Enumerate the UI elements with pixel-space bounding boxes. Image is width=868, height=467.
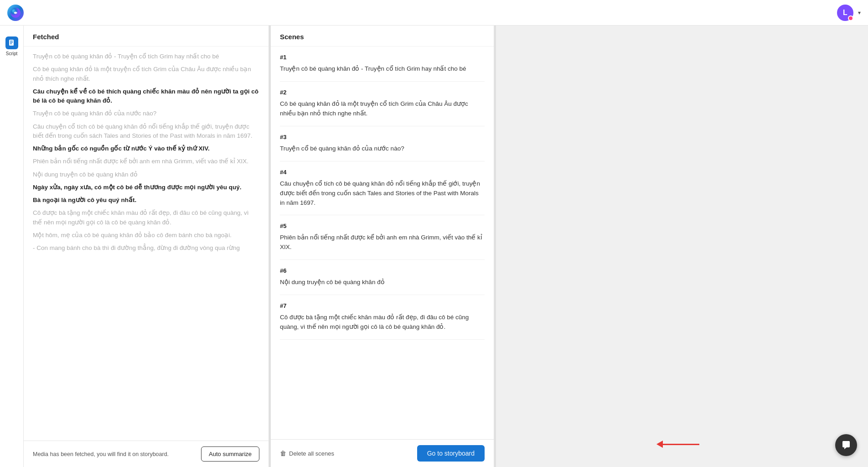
scene-text: Nội dung truyện cô bé quàng khăn đỏ bbox=[280, 278, 485, 287]
sidebar: Script bbox=[0, 26, 24, 467]
list-item: Bà ngoại là người cô yêu quý nhất. bbox=[33, 196, 259, 205]
avatar-badge bbox=[848, 16, 853, 21]
scene-text: Câu chuyện cổ tích cô bé quàng khăn đỏ n… bbox=[280, 179, 485, 208]
delete-all-scenes-button[interactable]: 🗑 Delete all scenes bbox=[280, 450, 334, 457]
list-item: Cô được bà tặng một chiếc khăn màu đỏ rấ… bbox=[33, 208, 259, 227]
list-item: Truyện cô bé quàng khăn đỏ của nước nào? bbox=[33, 109, 259, 118]
scene-text: Truyện cô bé quàng khăn đỏ - Truyện cổ t… bbox=[280, 64, 485, 74]
list-item: Những bản gốc có nguồn gốc từ nước Ý vào… bbox=[33, 144, 259, 153]
fetched-panel: Fetched Truyện cô bé quàng khăn đỏ - Tru… bbox=[24, 26, 269, 467]
list-item: Một hôm, mẹ của cô bé quàng khăn đỏ bảo … bbox=[33, 231, 259, 240]
main-layout: Script Fetched Truyện cô bé quàng khăn đ… bbox=[0, 26, 868, 467]
scene-number: #1 bbox=[280, 54, 485, 61]
list-item: Câu chuyện kể về cô bé thích quàng chiếc… bbox=[33, 87, 259, 106]
chevron-down-icon: ▾ bbox=[858, 10, 861, 16]
scene-text: Cô bé quàng khăn đỏ là một truyện cổ tíc… bbox=[280, 99, 485, 119]
go-to-storyboard-button[interactable]: Go to storyboard bbox=[417, 445, 485, 462]
scene-number: #4 bbox=[280, 169, 485, 176]
scene-item-2: #2 Cô bé quàng khăn đỏ là một truyện cổ … bbox=[280, 82, 485, 126]
sidebar-item-script[interactable]: Script bbox=[4, 33, 20, 60]
auto-summarize-button[interactable]: Auto summarize bbox=[201, 446, 259, 462]
list-item: Cô bé quàng khăn đỏ là một truyện cổ tíc… bbox=[33, 65, 259, 83]
sidebar-script-label: Script bbox=[6, 51, 18, 56]
fetched-footer: Media has been fetched, you will find it… bbox=[24, 441, 269, 467]
fetched-footer-text: Media has been fetched, you will find it… bbox=[33, 451, 169, 457]
content-area: Fetched Truyện cô bé quàng khăn đỏ - Tru… bbox=[24, 26, 868, 467]
scene-item-5: #5 Phiên bản nổi tiếng nhất được kể bởi … bbox=[280, 215, 485, 260]
scene-number: #5 bbox=[280, 223, 485, 229]
scenes-panel: Scenes #1 Truyện cô bé quàng khăn đỏ - T… bbox=[271, 26, 494, 467]
scene-number: #3 bbox=[280, 134, 485, 140]
trash-icon: 🗑 bbox=[280, 450, 286, 457]
scene-number: #6 bbox=[280, 267, 485, 274]
scene-item-7: #7 Cô được bà tặng một chiếc khăn màu đỏ… bbox=[280, 295, 485, 340]
scenes-content[interactable]: #1 Truyện cô bé quàng khăn đỏ - Truyện c… bbox=[271, 47, 494, 439]
list-item: Ngày xửa, ngày xưa, có một cô bé dễ thươ… bbox=[33, 183, 259, 192]
app-logo[interactable] bbox=[7, 5, 24, 21]
fetched-header: Fetched bbox=[24, 26, 269, 47]
list-item: Truyện cô bé quàng khăn đỏ - Truyện cổ t… bbox=[33, 52, 259, 61]
scene-number: #7 bbox=[280, 302, 485, 309]
script-icon bbox=[5, 36, 18, 49]
scene-text: Truyện cổ bé quàng khăn đỏ của nước nào? bbox=[280, 144, 485, 154]
list-item: Câu chuyện cổ tích cô bé quàng khăn đỏ n… bbox=[33, 122, 259, 141]
chat-button[interactable] bbox=[835, 434, 857, 456]
scene-text: Cô được bà tặng một chiếc khăn màu đỏ rấ… bbox=[280, 313, 485, 332]
fetched-content[interactable]: Truyện cô bé quàng khăn đỏ - Truyện cổ t… bbox=[24, 47, 269, 441]
topbar: L ▾ bbox=[0, 0, 868, 26]
scene-item-3: #3 Truyện cổ bé quàng khăn đỏ của nước n… bbox=[280, 126, 485, 161]
scenes-footer: 🗑 Delete all scenes Go to storyboard bbox=[271, 439, 494, 467]
scene-number: #2 bbox=[280, 89, 485, 96]
scene-item-1: #1 Truyện cô bé quàng khăn đỏ - Truyện c… bbox=[280, 47, 485, 82]
list-item: - Con mang bánh cho bà thì đi đường thẳn… bbox=[33, 244, 259, 253]
list-item: Nội dung truyện cô bé quàng khăn đỏ bbox=[33, 170, 259, 179]
right-panel bbox=[496, 26, 868, 467]
list-item: Phiên bản nổi tiếng nhất được kể bởi anh… bbox=[33, 157, 259, 166]
scenes-header: Scenes bbox=[271, 26, 494, 47]
scene-item-4: #4 Câu chuyện cổ tích cô bé quàng khăn đ… bbox=[280, 161, 485, 216]
scene-item-6: #6 Nội dung truyện cô bé quàng khăn đỏ bbox=[280, 260, 485, 295]
scene-text: Phiên bản nổi tiếng nhất được kể bởi anh… bbox=[280, 233, 485, 252]
avatar[interactable]: L bbox=[837, 5, 853, 21]
